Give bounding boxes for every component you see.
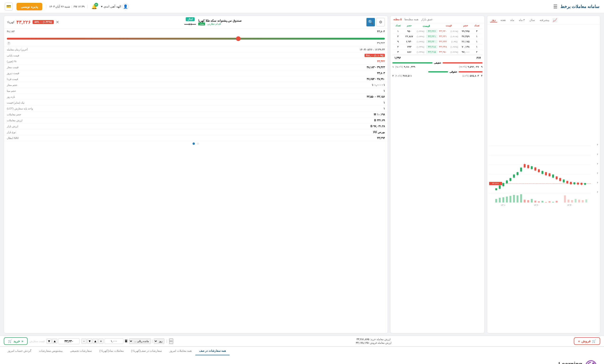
nav-arrows[interactable]: ⟵⟶ xyxy=(184,22,196,27)
tab-hame-mozan[interactable]: همه مظنه‌ها xyxy=(404,18,418,21)
sell-header-vol: حجم xyxy=(460,24,471,28)
trading-bar: 🛒 فروش » ارزش معامله خرید: ۴۳,۲۸۱,۸۷۵ ار… xyxy=(0,336,604,346)
chevron-down-icon: ▾ xyxy=(101,5,103,8)
price-range-labels: ۳۹,۴۲۳ ? xyxy=(7,41,385,45)
price-labels-top: ۴۳,۸۰۳ ۴۸,۱۸۳ xyxy=(7,30,385,33)
ob-row-2: ۱ ۳۷,۳۵۹ (۱.۳۱%) ۴۳,۲۳۱ ۴۳,۲۲۱ (۱.۳۳%) ۲… xyxy=(392,34,482,39)
day-select[interactable]: روز xyxy=(154,338,164,344)
tab-trades-symbol[interactable]: معاملات نماد(کهربا۱) xyxy=(96,347,127,355)
svg-rect-30 xyxy=(524,164,526,167)
user-button[interactable]: 👤 الهه آهی اندی ▾ xyxy=(101,3,129,10)
detail-value-vol-mabna: ۱ xyxy=(383,89,385,92)
tab-aggregated-orders[interactable]: سفارشات تجمیعی xyxy=(66,347,96,355)
svg-text:۴۳,۶۰۰: ۴۳,۶۰۰ xyxy=(597,143,598,146)
help-icon[interactable]: ? xyxy=(7,41,11,45)
tab-sal[interactable]: سال xyxy=(528,18,536,22)
buy-header-vol: حجم xyxy=(404,24,415,28)
svg-rect-16 xyxy=(499,185,501,189)
tab-pisharafte[interactable]: پیشرفته xyxy=(538,18,551,22)
sell-price-5: ۴۳,۲۵۰ xyxy=(437,50,449,53)
stock-sub-label: اقدام نظارتی مجاز xyxy=(198,22,221,25)
svg-rect-84 xyxy=(556,201,557,202)
tab-account-flow[interactable]: گردش حساب امروز xyxy=(4,347,35,355)
qty-up-btn[interactable]: ▲ xyxy=(93,339,98,344)
svg-rect-60 xyxy=(577,183,579,185)
buy-value-row: ارزش معامله خرید: ۴۳,۲۸۱,۸۷۵ xyxy=(175,338,572,341)
remain-select[interactable]: مانده ریالی ... xyxy=(129,338,151,344)
chart-tabs: 📈 پیشرفته سال ۳ ماه ماه هفته روز xyxy=(487,16,600,25)
svg-rect-50 xyxy=(559,178,561,181)
sell-vol-4: ۷۰,۱۳۸ xyxy=(460,45,471,48)
card-icon-button[interactable]: 💳 xyxy=(5,3,13,11)
hoqooqi-stats: ۴ ۵۷۵,۸۰۳ (۵.۷%) ۴۸۷,۵۱۱ (۴.۸%) ۲ xyxy=(392,74,482,77)
subscribe-button[interactable]: پذیره نویسی xyxy=(16,3,42,10)
buy-pct-2: (۱.۳۳%) xyxy=(415,35,426,38)
qty-down-btn[interactable]: ▼ xyxy=(87,339,92,344)
price-down-btn[interactable]: ▼ xyxy=(47,339,52,344)
calc-icon: 🖩 xyxy=(124,339,128,343)
chart-area: ۴۳,۶۰۰ ۴۳,۵۰۰ ۴۳,۴۰۰ ۴۳,۳۰۰ ۴۳,۲۲۶ ۴۳,۱۰… xyxy=(487,25,600,333)
datetime-block: ۱۲:۳۹ PM | شنبه ۲۶ آبان ۱۴۰۳ xyxy=(46,5,88,8)
detail-label-final-price: قیمت پایانی xyxy=(7,54,19,57)
tab-roz[interactable]: روز xyxy=(490,18,497,22)
buy-button[interactable]: « خرید 🛒 xyxy=(4,337,28,345)
detail-datetime: ۱۲:۳۹:۳۳ - ۱۴۰۳/۰۸/۲۶ xyxy=(360,48,385,51)
qty-minus-btn[interactable]: - xyxy=(81,339,87,344)
svg-rect-28 xyxy=(520,168,522,172)
tab-amaghe-bazar[interactable]: عمق بازار xyxy=(421,18,433,21)
sell-arrows-icon: » xyxy=(578,339,580,343)
tab-5-mozaneh[interactable]: ۵ مظنه xyxy=(393,18,402,21)
svg-rect-62 xyxy=(581,183,582,185)
current-price: ۴۳,۲۲۶ xyxy=(16,19,31,25)
buy-vol-1: ۹۵۰ xyxy=(404,30,415,33)
buy-header-price: قیمت xyxy=(415,24,438,28)
tab-3mah[interactable]: ۳ ماه xyxy=(517,18,526,22)
quantity-input[interactable] xyxy=(104,338,123,344)
detail-value-vol-moja: ۱ - ۱۰۰,۰۰۰ xyxy=(372,83,385,87)
stock-full-name: صندوق س.پشتوانه سکه طلا کهربا xyxy=(198,19,242,22)
sell-price-1: ۴۳,۲۳۰ xyxy=(437,30,449,33)
tab-hafte[interactable]: هفته xyxy=(499,18,507,22)
stock-header-left: ⚙ 🔍 xyxy=(366,18,385,26)
haqiqi-stats: ۹ ۹,۵۹۲,۰۴۷ (۹۴.۳%) ۹,۶۸۰,۳۳۹ (۹۵.۲%) ۱ xyxy=(392,65,482,68)
menu-icon[interactable]: ☰ xyxy=(553,4,557,9)
svg-rect-77 xyxy=(531,199,533,202)
tab-orders-queue-kehra[interactable]: سفارشات در صف(کهربا۱) xyxy=(127,347,166,355)
price-up-btn[interactable]: ▲ xyxy=(52,339,57,344)
notification-button[interactable]: 🔔 95 xyxy=(91,4,97,9)
detail-row-nav: ۴۳,۲۹۴ NAV ابطال xyxy=(4,135,388,141)
nav-dot-1[interactable] xyxy=(197,142,199,145)
nav-dots xyxy=(4,141,388,146)
buy-price-5: ۴۳,۲۱۵ xyxy=(426,50,437,54)
detail-label-tomorrow: قیمت فردا xyxy=(7,78,18,81)
tab-draft-orders[interactable]: پیشنویس سفارشات xyxy=(35,347,66,355)
tab-all-trades-today[interactable]: همه معاملات امروز xyxy=(166,347,195,355)
buy-arrows-icon: « xyxy=(22,339,23,343)
svg-rect-38 xyxy=(538,169,540,172)
nav-dot-2[interactable] xyxy=(192,142,195,145)
qty-plus-btn[interactable]: + xyxy=(98,339,104,344)
detail-row-market-type: بورس کالا نوع بازار xyxy=(4,129,388,135)
detail-row-trade-vol: ۱۰.۱۹۸ M حجم معاملات xyxy=(4,112,388,117)
close-icon[interactable]: ✕ xyxy=(56,20,59,25)
sell-price-3: ۴۳,۲۳۲ xyxy=(437,40,449,43)
tab-all-orders-queue[interactable]: همه سفارشات در صف xyxy=(195,347,230,355)
filter-button[interactable]: ⚙ xyxy=(376,18,385,26)
sell-button[interactable]: 🛒 فروش » xyxy=(574,337,600,345)
search-button[interactable]: 🔍 xyxy=(366,18,375,26)
tab-mah[interactable]: ماه xyxy=(509,18,516,22)
sell-vol-3: ۲۶,۱۷۵ xyxy=(460,40,471,43)
svg-rect-52 xyxy=(563,179,565,182)
detail-row-yesterday: ۴۳,۸۰۳ قیمت دیروز xyxy=(4,70,388,76)
detail-label-day-range: بازه روز xyxy=(7,95,15,98)
erase-button[interactable]: ✏ xyxy=(169,339,173,344)
svg-text:۱۲:۲۰: ۱۲:۲۰ xyxy=(534,204,539,207)
detail-row-final-price: (۱.۱۰%) ۴۸۱,۰۰ قیمت پایانی xyxy=(4,53,388,59)
svg-rect-80 xyxy=(541,201,543,202)
price-input[interactable] xyxy=(58,338,79,344)
svg-rect-64 xyxy=(584,183,586,185)
detail-label-tick: تیک (سایز) قیمت xyxy=(7,101,25,104)
detail-value-lot: ۱ xyxy=(383,107,385,110)
svg-rect-70 xyxy=(506,197,508,202)
price-steppers: ▲ ▼ xyxy=(47,339,57,344)
